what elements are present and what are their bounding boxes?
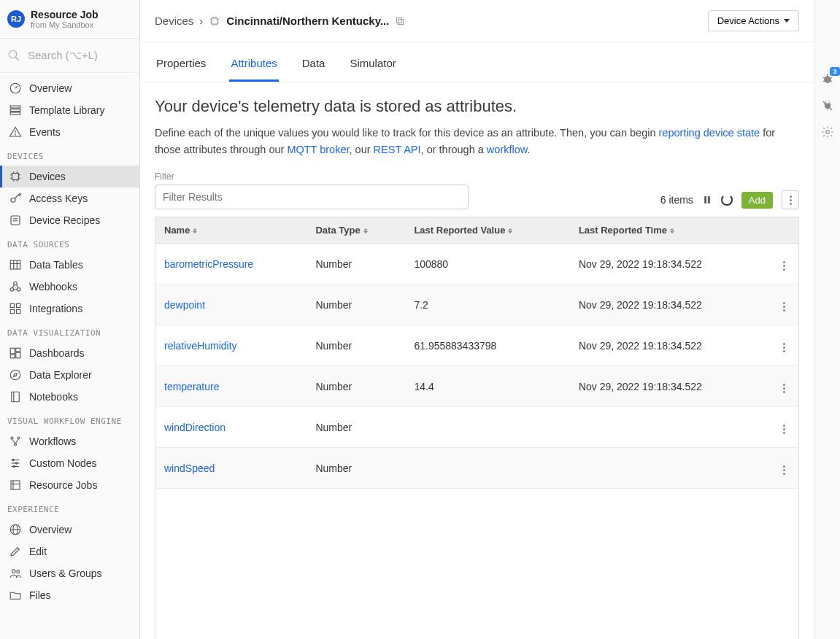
breadcrumb-root[interactable]: Devices bbox=[155, 15, 193, 27]
plug-off-icon[interactable] bbox=[821, 99, 834, 112]
sidebar-item-devices[interactable]: Devices bbox=[0, 166, 139, 187]
workspace-title: Resource Job bbox=[31, 9, 99, 20]
sidebar-item-resource-jobs[interactable]: Resource Jobs bbox=[0, 474, 139, 496]
copy-icon[interactable] bbox=[395, 16, 405, 26]
attribute-name-link[interactable]: windDirection bbox=[164, 422, 226, 433]
section-experience: EXPERIENCE bbox=[0, 496, 139, 519]
svg-rect-69 bbox=[708, 197, 709, 204]
nodes-icon bbox=[9, 457, 22, 470]
cell-last-value bbox=[405, 448, 569, 489]
sidebar-item-users-groups[interactable]: Users & Groups bbox=[0, 562, 139, 584]
svg-rect-4 bbox=[10, 109, 20, 112]
sidebar-item-data-tables[interactable]: Data Tables bbox=[0, 254, 139, 276]
sidebar-item-dashboards[interactable]: Dashboards bbox=[0, 342, 139, 364]
svg-line-73 bbox=[830, 77, 831, 79]
chip-icon bbox=[9, 170, 22, 183]
link-workflow[interactable]: workflow bbox=[487, 144, 528, 155]
search-bar[interactable]: Search (⌥+L) bbox=[0, 39, 139, 73]
sidebar-item-exp-overview[interactable]: Overview bbox=[0, 519, 139, 541]
add-button[interactable]: Add bbox=[741, 192, 773, 209]
table-row: dewpointNumber7.2Nov 29, 2022 19:18:34.5… bbox=[155, 284, 799, 325]
link-reporting-state[interactable]: reporting device state bbox=[659, 127, 760, 139]
sidebar-item-device-recipes[interactable]: Device Recipes bbox=[0, 209, 139, 231]
section-workflow-engine: VISUAL WORKFLOW ENGINE bbox=[0, 408, 139, 430]
content: Your device's telemetry data is stored a… bbox=[140, 82, 814, 639]
library-icon bbox=[9, 104, 22, 117]
dots-vertical-icon bbox=[787, 193, 795, 208]
tab-attributes[interactable]: Attributes bbox=[229, 42, 278, 82]
cell-data-type: Number bbox=[307, 244, 405, 284]
col-last-value[interactable]: Last Reported Value bbox=[405, 217, 569, 244]
sidebar-nav: Overview Template Library Events DEVICES… bbox=[0, 73, 139, 639]
sidebar-item-workflows[interactable]: Workflows bbox=[0, 430, 139, 452]
debug-icon[interactable]: 3 bbox=[821, 73, 834, 86]
sidebar-item-webhooks[interactable]: Webhooks bbox=[0, 276, 139, 298]
sidebar-item-files[interactable]: Files bbox=[0, 584, 139, 606]
link-rest-api[interactable]: REST API bbox=[374, 144, 421, 155]
tab-properties[interactable]: Properties bbox=[155, 42, 207, 82]
table-row: barometricPressureNumber100880Nov 29, 20… bbox=[155, 244, 799, 284]
col-label: Last Reported Value bbox=[414, 225, 505, 236]
sidebar-item-notebooks[interactable]: Notebooks bbox=[0, 386, 139, 408]
svg-point-36 bbox=[10, 370, 20, 380]
right-rail: 3 bbox=[814, 0, 840, 639]
col-actions bbox=[770, 217, 799, 244]
sidebar-item-label: Data Explorer bbox=[29, 369, 92, 381]
svg-rect-21 bbox=[10, 260, 20, 269]
col-last-time[interactable]: Last Reported Time bbox=[570, 217, 770, 244]
col-data-type[interactable]: Data Type bbox=[307, 217, 405, 244]
device-actions-button[interactable]: Device Actions bbox=[708, 10, 799, 31]
svg-rect-33 bbox=[16, 348, 20, 352]
filter-input[interactable] bbox=[155, 185, 469, 209]
attribute-name-link[interactable]: dewpoint bbox=[164, 299, 205, 311]
cell-last-value bbox=[405, 407, 569, 448]
alert-icon bbox=[9, 125, 22, 139]
row-menu-button[interactable] bbox=[780, 422, 788, 437]
notebook-icon bbox=[9, 390, 22, 403]
sidebar-item-label: Overview bbox=[29, 524, 72, 535]
sidebar-item-events[interactable]: Events bbox=[0, 121, 139, 143]
row-menu-button[interactable] bbox=[780, 340, 788, 355]
svg-rect-35 bbox=[10, 355, 15, 358]
sidebar-item-label: Access Keys bbox=[29, 193, 88, 204]
recipe-icon bbox=[9, 214, 22, 227]
workflow-icon bbox=[9, 435, 22, 448]
row-menu-button[interactable] bbox=[780, 299, 788, 314]
row-menu-button[interactable] bbox=[780, 462, 788, 478]
svg-rect-8 bbox=[12, 174, 19, 180]
attribute-name-link[interactable]: relativeHumidity bbox=[164, 340, 237, 352]
sidebar-item-access-keys[interactable]: Access Keys bbox=[0, 187, 139, 209]
sidebar-item-custom-nodes[interactable]: Custom Nodes bbox=[0, 452, 139, 474]
col-name[interactable]: Name bbox=[155, 217, 307, 244]
tab-data[interactable]: Data bbox=[301, 42, 327, 82]
desc-text: , our bbox=[350, 144, 374, 155]
cell-last-time: Nov 29, 2022 19:18:34.522 bbox=[570, 325, 770, 366]
sidebar-item-exp-edit[interactable]: Edit bbox=[0, 541, 139, 562]
more-options-button[interactable] bbox=[782, 190, 799, 209]
webhook-icon bbox=[9, 280, 22, 293]
attribute-name-link[interactable]: windSpeed bbox=[164, 462, 215, 474]
attribute-name-link[interactable]: barometricPressure bbox=[164, 258, 253, 270]
tab-simulator[interactable]: Simulator bbox=[348, 42, 397, 82]
cell-last-value: 61.955883433798 bbox=[405, 325, 569, 366]
pause-icon[interactable] bbox=[702, 195, 712, 205]
page-heading: Your device's telemetry data is stored a… bbox=[155, 97, 799, 116]
workspace-header[interactable]: RJ Resource Job from My Sandbox bbox=[0, 0, 139, 39]
svg-rect-32 bbox=[10, 348, 15, 354]
attribute-name-link[interactable]: temperature bbox=[164, 381, 219, 392]
svg-line-75 bbox=[830, 81, 831, 82]
link-mqtt-broker[interactable]: MQTT broker bbox=[287, 144, 349, 155]
sidebar-item-template-library[interactable]: Template Library bbox=[0, 99, 139, 121]
row-menu-button[interactable] bbox=[780, 381, 788, 396]
sidebar-item-data-explorer[interactable]: Data Explorer bbox=[0, 364, 139, 386]
gear-icon[interactable] bbox=[821, 125, 834, 139]
tabs: Properties Attributes Data Simulator bbox=[140, 42, 814, 82]
col-label: Last Reported Time bbox=[579, 225, 667, 236]
sidebar-item-integrations[interactable]: Integrations bbox=[0, 298, 139, 320]
topbar: Devices › Cincinnati/Northern Kentucky..… bbox=[140, 0, 814, 42]
chip-icon bbox=[209, 15, 220, 27]
button-label: Device Actions bbox=[717, 15, 779, 26]
sidebar-item-overview[interactable]: Overview bbox=[0, 77, 139, 99]
svg-point-77 bbox=[825, 131, 829, 134]
row-menu-button[interactable] bbox=[780, 258, 788, 274]
